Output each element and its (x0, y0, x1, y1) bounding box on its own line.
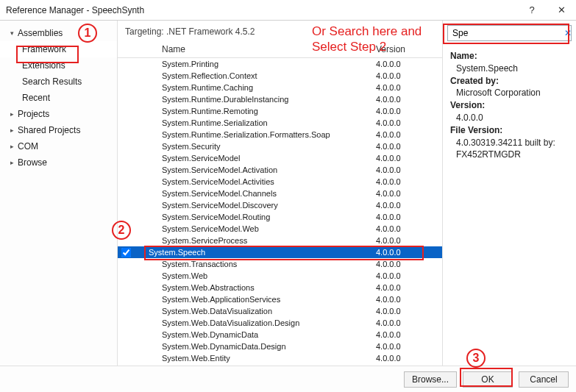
column-version[interactable]: Version (376, 44, 442, 54)
assembly-row[interactable]: System.ServiceModel4.0.0.0 (118, 152, 442, 164)
row-version: 4.0.0.0 (376, 258, 442, 270)
sidebar-label: Projects (18, 109, 49, 119)
detail-version-label: Version: (450, 100, 485, 110)
detail-version-value: 4.0.0.0 (450, 112, 569, 124)
sidebar-group-assemblies[interactable]: ▾ Assemblies (0, 25, 117, 41)
sidebar-label: Framework (22, 44, 66, 54)
row-version: 4.0.0.0 (376, 341, 442, 352)
targeting-label: Targeting: .NET Framework 4.5.2 (118, 21, 442, 41)
row-name: System.Transactions (132, 258, 376, 270)
search-input[interactable] (451, 27, 564, 39)
row-version: 4.0.0.0 (376, 282, 442, 293)
row-version: 4.0.0.0 (376, 129, 442, 140)
assembly-row[interactable]: System.Web.DynamicData.Design4.0.0.0 (118, 341, 442, 352)
row-name: System.ServiceModel.Web (132, 223, 376, 235)
row-name: System.Web.Entity (132, 352, 376, 364)
row-name: System.Web.DynamicData.Design (132, 341, 376, 352)
row-name: System.Reflection.Context (132, 70, 376, 82)
checkbox[interactable] (121, 248, 131, 257)
assembly-row[interactable]: System.Runtime.DurableInstancing4.0.0.0 (118, 93, 442, 105)
row-version: 4.0.0.0 (376, 317, 442, 329)
row-name: System.Speech (132, 246, 376, 258)
chevron-right-icon: ▸ (10, 126, 18, 134)
row-version: 4.0.0.0 (376, 305, 442, 317)
assembly-row[interactable]: System.Runtime.Serialization.Formatters.… (118, 129, 442, 140)
detail-name-value: System.Speech (450, 63, 569, 75)
row-version: 4.0.0.0 (376, 176, 442, 188)
browse-button[interactable]: Browse... (404, 371, 457, 388)
row-version: 4.0.0.0 (376, 93, 442, 105)
row-name: System.Printing (132, 58, 376, 70)
row-version: 4.0.0.0 (376, 293, 442, 305)
row-name: System.ServiceModel.Activation (132, 164, 376, 176)
assembly-row[interactable]: System.Web.Entity4.0.0.0 (118, 352, 442, 364)
row-checkbox[interactable] (119, 248, 132, 257)
assembly-row[interactable]: System.Runtime.Remoting4.0.0.0 (118, 105, 442, 117)
assembly-row[interactable]: System.Web.DataVisualization.Design4.0.0… (118, 317, 442, 329)
help-button[interactable]: ? (517, 0, 547, 21)
sidebar-item-search-results[interactable]: Search Results (0, 74, 117, 90)
row-version: 4.0.0.0 (376, 58, 442, 70)
clear-search-icon[interactable]: ✕ (564, 28, 572, 38)
sidebar-item-recent[interactable]: Recent (0, 90, 117, 106)
assembly-row[interactable]: System.ServiceModel.Activation4.0.0.0 (118, 164, 442, 176)
close-button[interactable]: ✕ (547, 0, 576, 21)
sidebar-label: Extensions (22, 60, 65, 71)
assembly-row[interactable]: System.ServiceModel.Routing4.0.0.0 (118, 211, 442, 223)
sidebar-item-framework[interactable]: Framework (0, 41, 117, 57)
row-version: 4.0.0.0 (376, 140, 442, 152)
row-name: System.Web.DynamicData (132, 329, 376, 341)
row-name: System.Runtime.Serialization.Formatters.… (132, 129, 376, 140)
assembly-row[interactable]: System.ServiceModel.Channels4.0.0.0 (118, 188, 442, 199)
sidebar-group-com[interactable]: ▸ COM (0, 138, 117, 154)
assembly-row[interactable]: System.Web.DynamicData4.0.0.0 (118, 329, 442, 341)
assembly-row[interactable]: System.Runtime.Caching4.0.0.0 (118, 82, 442, 93)
row-version: 4.0.0.0 (376, 199, 442, 211)
row-version: 4.0.0.0 (376, 188, 442, 199)
sidebar-group-shared-projects[interactable]: ▸ Shared Projects (0, 122, 117, 138)
assembly-row[interactable]: System.Web4.0.0.0 (118, 270, 442, 282)
chevron-right-icon: ▸ (10, 159, 18, 166)
sidebar-label: Search Results (22, 76, 82, 87)
sidebar-group-projects[interactable]: ▸ Projects (0, 106, 117, 122)
sidebar-group-browse[interactable]: ▸ Browse (0, 154, 117, 171)
sidebar-label: Browse (18, 157, 47, 168)
assembly-row[interactable]: System.Runtime.Serialization4.0.0.0 (118, 117, 442, 129)
row-name: System.Runtime.Serialization (132, 117, 376, 129)
row-version: 4.0.0.0 (376, 211, 442, 223)
assembly-row[interactable]: System.Web.DataVisualization4.0.0.0 (118, 305, 442, 317)
row-version: 4.0.0.0 (376, 246, 442, 258)
assembly-row[interactable]: System.Web.Abstractions4.0.0.0 (118, 282, 442, 293)
ok-button[interactable]: OK (463, 371, 513, 388)
dialog-footer: Browse... OK Cancel (0, 366, 576, 392)
row-version: 4.0.0.0 (376, 329, 442, 341)
assembly-row[interactable]: System.Security4.0.0.0 (118, 140, 442, 152)
window-title: Reference Manager - SpeechSynth (6, 5, 517, 15)
column-headers: Name Version (118, 41, 442, 58)
assembly-row[interactable]: System.Printing4.0.0.0 (118, 58, 442, 70)
assembly-row[interactable]: System.ServiceModel.Web4.0.0.0 (118, 223, 442, 235)
search-box[interactable]: ✕ (447, 25, 572, 41)
assembly-row[interactable]: System.Web.ApplicationServices4.0.0.0 (118, 293, 442, 305)
details-pane: ✕ Name: System.Speech Created by: Micros… (442, 21, 576, 366)
sidebar-label: Shared Projects (18, 125, 80, 135)
assembly-row[interactable]: System.ServiceModel.Activities4.0.0.0 (118, 176, 442, 188)
sidebar-label: COM (18, 141, 38, 152)
sidebar-item-extensions[interactable]: Extensions (0, 57, 117, 74)
row-name: System.Web.ApplicationServices (132, 293, 376, 305)
column-name[interactable]: Name (162, 44, 376, 54)
assembly-list[interactable]: System.Printing4.0.0.0System.Reflection.… (118, 58, 442, 366)
sidebar-label: Recent (22, 93, 50, 103)
title-bar: Reference Manager - SpeechSynth ? ✕ (0, 0, 576, 21)
assembly-row[interactable]: System.ServiceModel.Discovery4.0.0.0 (118, 199, 442, 211)
detail-filever-value: 4.0.30319.34211 built by: FX452RTMGDR (450, 137, 569, 162)
assembly-row[interactable]: System.Transactions4.0.0.0 (118, 258, 442, 270)
detail-name-label: Name: (450, 51, 477, 61)
assembly-row[interactable]: System.Speech4.0.0.0 (118, 246, 442, 258)
row-version: 4.0.0.0 (376, 82, 442, 93)
cancel-button[interactable]: Cancel (519, 371, 569, 388)
assembly-row[interactable]: System.ServiceProcess4.0.0.0 (118, 235, 442, 246)
row-name: System.Web.Abstractions (132, 282, 376, 293)
assembly-row[interactable]: System.Reflection.Context4.0.0.0 (118, 70, 442, 82)
row-version: 4.0.0.0 (376, 70, 442, 82)
